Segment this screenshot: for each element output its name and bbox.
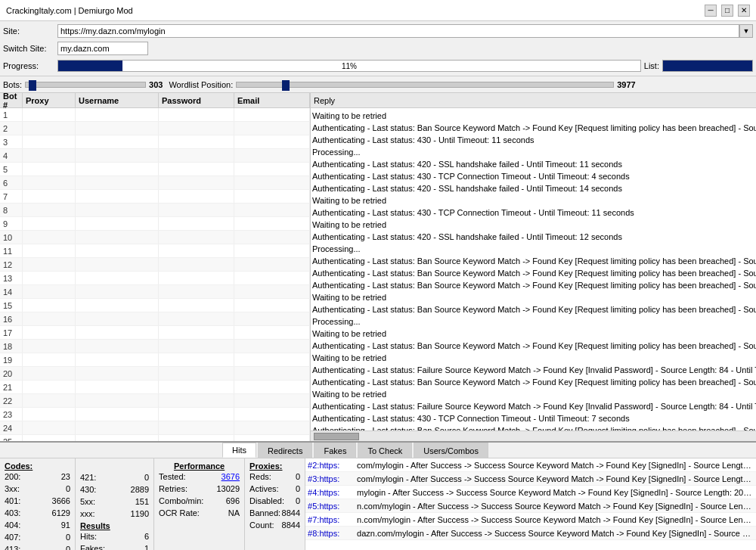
tested-value[interactable]: 3676 (222, 471, 240, 483)
table-row: 22 (0, 394, 310, 408)
progress-bar: 11% (57, 60, 641, 72)
code-401-value: 3666 (52, 495, 70, 507)
table-row: 12 (0, 258, 310, 272)
code-200-value: 23 (61, 471, 70, 483)
hits-num: #7:https: (305, 515, 355, 524)
progress-label: Progress: (3, 61, 57, 70)
site-dropdown-arrow[interactable]: ▼ (739, 24, 753, 38)
td-bot: 5 (0, 163, 23, 176)
td-bot: 11 (0, 244, 23, 257)
td-username (76, 326, 159, 339)
minimize-button[interactable]: ─ (705, 5, 717, 17)
td-email (234, 108, 310, 121)
tab-redirects[interactable]: Redirects (258, 443, 312, 458)
td-proxy (23, 421, 76, 434)
hits-num: #2:https: (305, 461, 355, 470)
td-email (234, 244, 310, 257)
reply-line: Processing... (312, 315, 756, 328)
close-button[interactable]: ✕ (738, 5, 750, 17)
table-row: 9 (0, 217, 310, 231)
tab-users-combos[interactable]: Users/Combos (414, 443, 488, 458)
tab-to-check[interactable]: To Check (358, 443, 412, 458)
td-username (76, 217, 159, 230)
table-row: 14 (0, 285, 310, 299)
reply-line: Processing... (312, 243, 756, 255)
table-row: 1 (0, 108, 310, 122)
reply-line: Authenticating - Last status: 420 - SSL … (312, 231, 756, 243)
td-proxy (23, 176, 76, 189)
count-label: Count: (249, 519, 274, 531)
td-email (234, 312, 310, 325)
ocr-rate-value: NA (228, 507, 240, 519)
td-bot: 18 (0, 340, 23, 353)
td-email (234, 326, 310, 339)
proxy-col: Proxies: Reds:0 Actives:0 Disabled:0 Ban… (245, 458, 305, 550)
reply-line: Processing... (312, 146, 756, 158)
reply-line: Waiting to be retried (312, 328, 756, 340)
list-bar (662, 60, 753, 72)
site-input[interactable] (57, 24, 739, 38)
stats-col-1: Codes: 200:23 3xx:0 401:3666 403:6129 40… (0, 458, 76, 550)
code-407-value: 0 (66, 531, 70, 543)
td-bot: 22 (0, 394, 23, 407)
hits-num: #5:https: (305, 502, 355, 511)
td-email (234, 135, 310, 148)
table-row: 24 (0, 421, 310, 435)
td-bot: 10 (0, 231, 23, 244)
code-421-value: 0 (144, 471, 149, 483)
titlebar: CrackingItaly.com | Demiurgo Mod ─ □ ✕ (0, 0, 756, 21)
td-email (234, 122, 310, 135)
td-proxy (23, 312, 76, 325)
td-bot: 9 (0, 217, 23, 230)
code-5xx-label: 5xx: (80, 496, 95, 508)
td-bot: 8 (0, 204, 23, 216)
bots-slider-handle (29, 80, 36, 91)
table-row: 20 (0, 367, 310, 381)
table-row: 16 (0, 312, 310, 326)
bots-slider[interactable] (25, 82, 146, 88)
table-row: 17 (0, 326, 310, 340)
code-413-value: 0 (66, 543, 70, 550)
td-password (159, 258, 234, 271)
tab-fakes[interactable]: Fakes (314, 443, 356, 458)
hits-value: 6 (144, 530, 149, 542)
td-password (159, 231, 234, 244)
tab-hits[interactable]: Hits (222, 443, 256, 458)
td-password (159, 176, 234, 189)
td-password (159, 435, 234, 441)
td-bot: 25 (0, 435, 23, 441)
td-email (234, 258, 310, 271)
code-430-label: 430: (80, 483, 96, 496)
td-password (159, 217, 234, 230)
td-username (76, 176, 159, 189)
fakes-label: Fakes: (80, 542, 105, 550)
td-email (234, 421, 310, 434)
table-row: 15 (0, 299, 310, 312)
maximize-button[interactable]: □ (721, 5, 733, 17)
switch-site-input[interactable] (57, 42, 148, 55)
site-label: Site: (3, 26, 57, 36)
fakes-value: 1 (144, 542, 149, 550)
bots-label: Bots: (3, 80, 22, 89)
td-password (159, 408, 234, 421)
horizontal-scrollbar[interactable] (311, 430, 756, 441)
hits-label: Hits: (80, 530, 97, 542)
combo-min-value: 696 (226, 495, 240, 507)
switch-site-label: Switch Site: (3, 44, 57, 53)
hscroll-thumb (314, 433, 359, 440)
wordlist-slider[interactable] (236, 82, 614, 88)
td-email (234, 272, 310, 284)
wordlist-value: 3977 (617, 80, 635, 89)
td-username (76, 367, 159, 380)
reds-label: Reds: (249, 471, 271, 483)
td-username (76, 258, 159, 271)
table-row: 19 (0, 353, 310, 367)
bots-value: 303 (149, 80, 163, 89)
table-row: 7 (0, 190, 310, 204)
td-proxy (23, 394, 76, 407)
td-proxy (23, 340, 76, 353)
hits-row: #2:https: com/mylogin - After Success ->… (305, 458, 756, 472)
td-proxy (23, 353, 76, 366)
table-row: 8 (0, 204, 310, 217)
td-password (159, 108, 234, 121)
